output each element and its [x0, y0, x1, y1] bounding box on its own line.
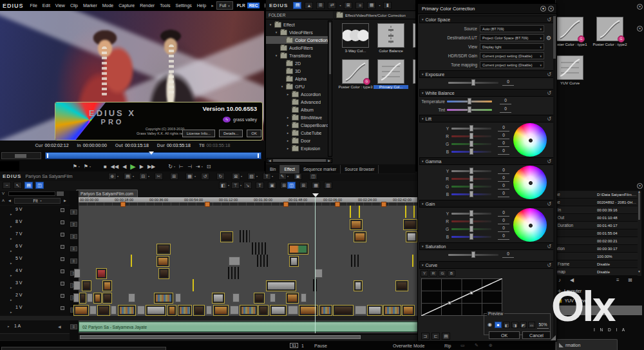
gamma-color-wheel[interactable]	[513, 166, 547, 199]
list-view-icon[interactable]: ≡	[616, 277, 620, 283]
track-expand-icon[interactable]: ▸	[8, 324, 10, 328]
version-dialog-button-2[interactable]: OK	[247, 130, 261, 137]
exposure-slider[interactable]	[448, 79, 498, 86]
slider-thumb[interactable]	[468, 98, 471, 104]
slider-thumb[interactable]	[469, 148, 473, 155]
curve-channel-r[interactable]: R	[430, 270, 437, 277]
tree-caret-icon[interactable]: ▾	[269, 23, 272, 26]
tree-caret-icon[interactable]: ▾	[274, 53, 278, 57]
gamma-b-slider[interactable]	[451, 191, 491, 197]
timeline-clip[interactable]	[258, 305, 269, 316]
track-mute-icon[interactable]	[61, 269, 64, 273]
value-field[interactable]: 0	[500, 106, 511, 113]
curve-channel-b[interactable]: B	[448, 270, 455, 277]
track-header-8v[interactable]: 8 V▸	[0, 218, 70, 231]
track-mute-icon[interactable]	[61, 294, 64, 298]
chevron-down-icon[interactable]: ▾	[540, 27, 542, 31]
tree-caret-icon[interactable]: ▸	[286, 123, 290, 127]
collapse-icon[interactable]: ▾	[422, 159, 424, 163]
chevron-down-icon[interactable]: ▾	[90, 165, 91, 168]
rec-button[interactable]: REC	[247, 3, 260, 8]
tree-item-alpha[interactable]: Alpha	[266, 75, 328, 83]
chevron-down-icon[interactable]: ▾	[339, 4, 341, 7]
status-icon[interactable]: ✎	[475, 343, 478, 348]
reset-icon[interactable]: ↺	[547, 201, 551, 207]
tree-hscrollbar[interactable]: ◀ ▶	[267, 158, 332, 163]
timeline-clip[interactable]	[212, 293, 225, 304]
open-project-icon[interactable]: ▤	[124, 173, 132, 180]
menu-clip[interactable]: Clip	[68, 3, 80, 8]
slider-thumb[interactable]	[469, 175, 473, 182]
gear-icon[interactable]: ⚙	[546, 35, 551, 41]
effect-thumbnail-se[interactable]: Se	[409, 59, 415, 89]
track-header-1a[interactable]: ▸1 A◀	[0, 320, 70, 334]
track-mute-icon[interactable]	[61, 257, 64, 261]
save-project-icon[interactable]: ⊟	[139, 173, 147, 180]
clip-small[interactable]	[128, 293, 135, 302]
tree-item-audiofilters[interactable]: AudioFilters	[266, 44, 328, 52]
preview-split-left-icon[interactable]: ◧	[503, 322, 510, 328]
chevron-down-icon[interactable]: ▾	[256, 175, 258, 178]
fullscreen-button[interactable]: ⊡	[207, 164, 211, 170]
saturation-slider[interactable]	[448, 251, 498, 258]
chevron-down-icon[interactable]: ▾	[540, 54, 542, 58]
value-field[interactable]: 0	[498, 148, 509, 155]
ripple-delete-icon[interactable]: ▧	[247, 173, 256, 180]
menu-render[interactable]: Render	[137, 3, 157, 8]
chevron-down-icon[interactable]: ▾	[540, 36, 542, 40]
clip-small[interactable]	[111, 306, 117, 315]
tab-sequence-marker[interactable]: Sequence marker	[299, 165, 341, 173]
new-folder-icon[interactable]: ⊞	[316, 2, 325, 9]
scroll-handle[interactable]	[273, 159, 326, 162]
clip-small[interactable]	[230, 306, 239, 315]
clip-small[interactable]	[87, 293, 93, 302]
fast-forward-button[interactable]: ▶▶	[147, 164, 155, 170]
stop-button[interactable]: ■	[104, 164, 107, 170]
reset-icon[interactable]: ↺	[547, 262, 551, 268]
close-icon[interactable]: ×	[637, 183, 643, 189]
curve-editor[interactable]	[421, 278, 502, 316]
dropdown-destination-lut[interactable]: Project Color Space (BT.709)▾	[480, 34, 544, 41]
version-dialog-button-0[interactable]: License Info...	[182, 130, 215, 137]
tree-item-accordion[interactable]: ▸Accordion	[266, 90, 328, 98]
effect-toggle-icon[interactable]: ▣	[268, 182, 276, 189]
clip-small[interactable]	[232, 293, 240, 302]
track-header-2v[interactable]: 2 V▸	[0, 291, 70, 304]
tree-caret-icon[interactable]: ▸	[286, 139, 290, 142]
section-header-color-space[interactable]: ▾Color Space↺	[419, 15, 554, 23]
timeline-clip[interactable]	[254, 293, 265, 304]
tree-caret-icon[interactable]: ▾	[274, 30, 278, 34]
clip-small[interactable]	[74, 269, 80, 278]
timeline-clip[interactable]	[156, 256, 169, 267]
chevron-down-icon[interactable]: ▾	[228, 184, 229, 187]
menu-file[interactable]: File	[28, 3, 40, 8]
preview-zoom-value[interactable]: 50%	[537, 322, 549, 329]
clip-frames[interactable]	[228, 267, 240, 279]
timeline-clip[interactable]	[319, 305, 332, 316]
undo-icon[interactable]: ↺	[201, 173, 209, 180]
collapse-icon[interactable]: ▾	[422, 91, 424, 95]
clip-frames[interactable]	[252, 242, 267, 255]
timeline-clip[interactable]	[266, 280, 296, 291]
set-out-button[interactable]: ⊣	[187, 164, 192, 170]
view-timeline-icon[interactable]: ◫	[287, 182, 296, 189]
track-patch-icon[interactable]: ≡	[70, 222, 77, 227]
dropdown-tone-mapping[interactable]: Current project setting (Disable)▾	[480, 61, 544, 68]
cancel-button[interactable]: Cancel	[522, 331, 551, 339]
track-expand-icon[interactable]: ▸	[10, 310, 12, 314]
section-header-gain[interactable]: ▾Gain↺	[419, 200, 554, 208]
section-header-gamma[interactable]: ▾Gamma↺	[419, 157, 554, 165]
timeline-clip[interactable]	[102, 293, 112, 304]
clip-small[interactable]	[301, 293, 307, 302]
track-patch-icon[interactable]: ≡	[70, 258, 77, 264]
temperature-slider[interactable]	[447, 98, 492, 104]
thumbnail-view-icon[interactable]: ▦	[367, 2, 375, 9]
tree-vscrollbar[interactable]	[328, 21, 332, 157]
curve-channel-g[interactable]: G	[439, 270, 446, 277]
tree-item-blindwave[interactable]: ▸BlindWave	[266, 113, 328, 121]
timeline-clip[interactable]	[286, 293, 299, 304]
value-field[interactable]: 0	[498, 125, 509, 131]
timeline-clip[interactable]	[240, 305, 258, 316]
gain-g-slider[interactable]	[451, 226, 491, 232]
chevron-down-icon[interactable]: ▾	[540, 45, 542, 49]
